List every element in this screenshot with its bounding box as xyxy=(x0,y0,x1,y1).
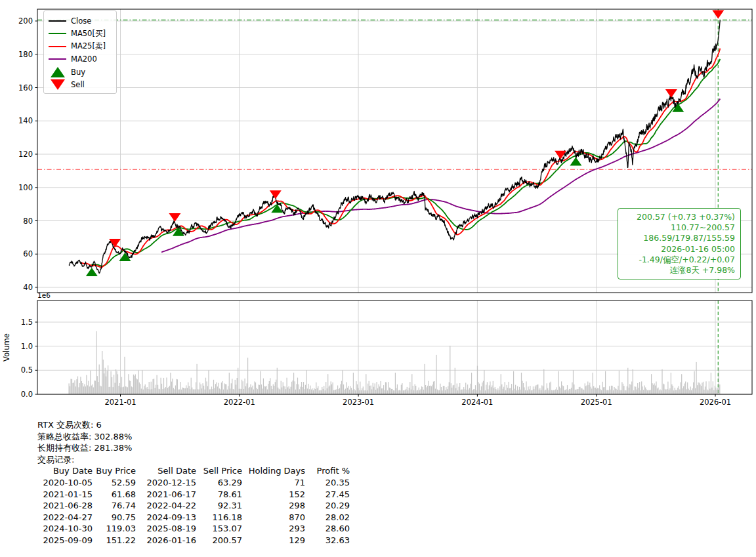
volume-bar xyxy=(686,389,687,394)
volume-bar xyxy=(321,390,322,394)
volume-bar xyxy=(642,386,643,394)
volume-bar xyxy=(159,389,159,394)
table-row: 2024-10-30119.032025-08-19153.0729328.60 xyxy=(37,523,457,535)
volume-bar xyxy=(228,386,228,394)
volume-bar xyxy=(697,385,698,394)
volume-bar xyxy=(245,386,246,394)
volume-bar xyxy=(711,373,711,394)
volume-bar xyxy=(559,386,560,394)
volume-bar xyxy=(340,384,341,394)
volume-bar xyxy=(339,388,340,394)
volume-bar xyxy=(455,388,456,395)
volume-bar xyxy=(486,385,486,395)
volume-scale-label: 1e6 xyxy=(37,291,51,299)
price-tick-label: 60 xyxy=(23,249,33,258)
price-tick-label: 80 xyxy=(23,217,33,226)
volume-bar xyxy=(644,386,645,395)
volume-bar xyxy=(327,374,328,394)
volume-bar xyxy=(615,388,616,394)
x-tick-label: 2026-01 xyxy=(700,398,731,407)
buy-marker xyxy=(86,268,98,276)
volume-bar xyxy=(79,383,80,394)
volume-bar xyxy=(351,388,352,394)
volume-bar xyxy=(180,382,180,394)
volume-bar xyxy=(658,388,658,394)
volume-bar xyxy=(671,384,672,394)
table-cell: 20.29 xyxy=(305,500,350,512)
volume-bar xyxy=(69,383,70,394)
volume-bar xyxy=(612,386,612,394)
volume-bar xyxy=(227,390,228,394)
volume-bar xyxy=(169,386,170,394)
volume-bar xyxy=(410,382,410,394)
volume-bar xyxy=(266,386,266,394)
volume-bar xyxy=(349,390,350,394)
volume-bar xyxy=(389,388,390,394)
volume-bar xyxy=(565,390,566,394)
volume-bar xyxy=(386,382,387,394)
volume-bar xyxy=(149,382,150,394)
volume-bar xyxy=(187,388,188,394)
volume-bar xyxy=(415,386,416,394)
volume-bar xyxy=(423,387,423,394)
volume-bar xyxy=(329,386,330,395)
sell-marker xyxy=(109,239,121,247)
volume-bar xyxy=(597,389,597,394)
volume-bar xyxy=(509,388,510,394)
volume-bar xyxy=(657,388,658,394)
volume-bar xyxy=(192,388,192,394)
volume-bar xyxy=(700,384,700,394)
table-cell: 2020-10-05 xyxy=(37,477,93,489)
volume-bar xyxy=(639,382,640,394)
table-row: 2021-06-2876.742022-04-2292.3129820.29 xyxy=(37,500,457,512)
volume-bar xyxy=(516,390,517,394)
volume-bar xyxy=(685,382,686,395)
volume-bar xyxy=(367,390,368,394)
volume-bar xyxy=(291,382,292,394)
volume-bar xyxy=(92,384,93,394)
trade-records-label: 交易记录: xyxy=(37,454,457,466)
x-tick-label: 2022-01 xyxy=(224,398,255,407)
volume-bar xyxy=(195,390,196,395)
volume-bar xyxy=(90,371,91,394)
volume-bar xyxy=(599,385,600,394)
volume-bar xyxy=(541,390,541,395)
volume-bar xyxy=(247,358,248,394)
volume-bar xyxy=(342,370,343,394)
volume-bar xyxy=(669,390,669,394)
volume-bar xyxy=(629,388,629,394)
volume-bar xyxy=(690,386,691,394)
volume-bar xyxy=(689,390,690,395)
volume-bar xyxy=(107,371,108,394)
volume-bar xyxy=(280,390,280,394)
sell-triangle-icon xyxy=(51,79,65,90)
volume-axis-title: Volume xyxy=(2,333,11,361)
volume-bar xyxy=(333,382,333,394)
volume-bar xyxy=(682,388,683,394)
volume-bar xyxy=(435,389,436,395)
volume-bar xyxy=(484,370,484,394)
volume-bar xyxy=(105,368,106,394)
volume-bar xyxy=(275,382,276,394)
volume-bar xyxy=(602,382,603,394)
volume-bar xyxy=(427,387,427,394)
volume-bar xyxy=(267,390,268,395)
volume-bar xyxy=(312,388,312,394)
volume-bar xyxy=(609,386,610,395)
volume-bar xyxy=(467,390,467,394)
volume-bar xyxy=(575,390,576,394)
volume-bar xyxy=(391,389,392,394)
volume-bar xyxy=(645,388,646,395)
volume-bar xyxy=(507,385,507,394)
volume-bar xyxy=(549,382,550,394)
volume-bar xyxy=(210,389,211,394)
volume-bar xyxy=(490,382,490,395)
volume-bar xyxy=(348,386,348,394)
volume-tick-label: 1.0 xyxy=(21,342,33,351)
volume-bar xyxy=(692,388,693,394)
volume-bar xyxy=(124,357,125,394)
volume-bar xyxy=(607,390,608,395)
volume-bar xyxy=(521,373,522,394)
volume-bar xyxy=(425,385,426,394)
table-cell: 2021-06-28 xyxy=(37,500,93,512)
